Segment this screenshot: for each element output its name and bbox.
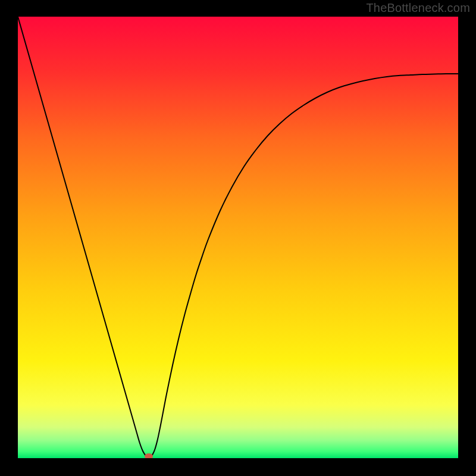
chart-frame: TheBottleneck.com [0, 0, 476, 476]
plot-area [18, 17, 458, 458]
chart-svg [18, 17, 458, 458]
gradient-background [18, 17, 458, 458]
watermark-text: TheBottleneck.com [366, 1, 470, 15]
